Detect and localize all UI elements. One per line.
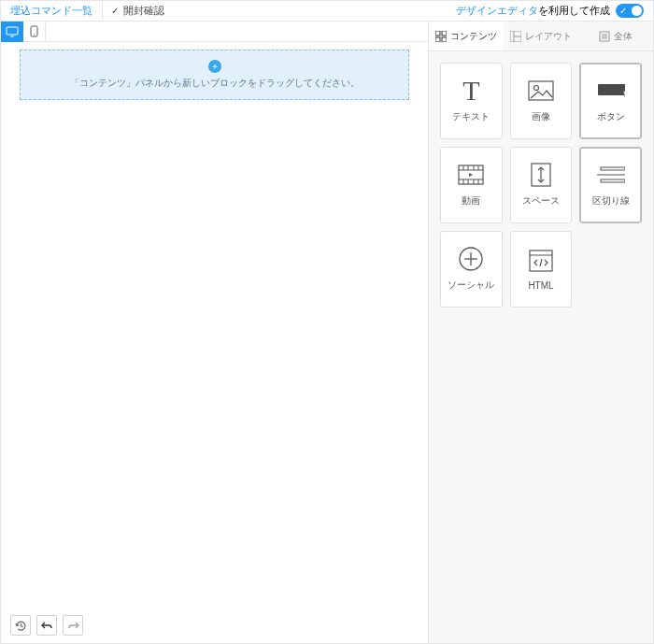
svg-rect-19 <box>598 84 625 95</box>
divider-icon <box>597 163 625 187</box>
canvas-body[interactable]: ＋ 「コンテンツ」パネルから新しいブロックをドラッグしてください。 <box>1 42 428 643</box>
spacer-icon <box>527 163 555 187</box>
check-icon: ✓ <box>110 7 120 16</box>
svg-line-42 <box>540 259 542 266</box>
svg-rect-0 <box>7 27 18 35</box>
mobile-icon <box>30 25 38 37</box>
block-label: ボタン <box>597 110 625 123</box>
video-icon <box>457 163 485 187</box>
undo-icon <box>41 621 53 631</box>
block-video[interactable]: 動画 <box>440 147 503 223</box>
button-icon <box>597 79 625 103</box>
editor-toggle-area: デザインエディタを利用して作成 ✓ <box>456 4 644 18</box>
block-label: 画像 <box>532 110 550 123</box>
embed-command-list-button[interactable]: 埋込コマンド一覧 <box>1 1 103 21</box>
block-label: HTML <box>528 280 553 291</box>
svg-rect-34 <box>601 167 625 170</box>
drop-hint: 「コンテンツ」パネルから新しいブロックをドラッグしてください。 <box>21 77 408 90</box>
redo-icon <box>67 621 79 631</box>
block-label: 動画 <box>462 194 480 208</box>
device-toolbar <box>1 21 428 42</box>
history-button[interactable] <box>10 615 31 636</box>
tab-content-label: コンテンツ <box>450 30 497 43</box>
redo-button[interactable] <box>63 615 83 636</box>
svg-marker-31 <box>469 173 473 177</box>
tab-all-label: 全体 <box>614 30 633 43</box>
mobile-view-button[interactable] <box>23 21 46 42</box>
svg-rect-7 <box>442 31 447 36</box>
toggle-check-icon: ✓ <box>619 4 627 18</box>
history-icon <box>15 620 27 632</box>
html-icon <box>527 249 555 273</box>
desktop-icon <box>6 26 19 37</box>
svg-rect-9 <box>442 37 447 42</box>
social-icon <box>457 247 485 271</box>
grid-icon <box>435 31 447 42</box>
block-image[interactable]: 画像 <box>510 63 573 139</box>
text-icon: T <box>457 79 485 103</box>
editor-suffix: を利用して作成 <box>538 5 610 16</box>
svg-line-5 <box>21 626 22 627</box>
tab-content[interactable]: コンテンツ <box>429 21 504 50</box>
tab-all[interactable]: 全体 <box>578 21 653 50</box>
block-label: スペース <box>522 194 560 208</box>
blocks-grid: Tテキスト画像ボタン動画スペース区切り線ソーシャルHTML <box>429 51 653 319</box>
tab-layout[interactable]: レイアウト <box>504 21 578 50</box>
svg-point-3 <box>34 34 35 35</box>
block-label: テキスト <box>452 110 490 123</box>
editor-toggle[interactable]: ✓ <box>616 4 644 18</box>
block-label: 区切り線 <box>592 194 630 208</box>
design-editor-link[interactable]: デザインエディタ <box>456 5 538 16</box>
block-spacer[interactable]: スペース <box>510 147 573 223</box>
add-icon: ＋ <box>208 60 221 73</box>
layout-icon <box>510 31 521 42</box>
svg-point-18 <box>533 86 538 91</box>
tab-layout-label: レイアウト <box>525 30 572 43</box>
block-button[interactable]: ボタン <box>579 63 642 139</box>
open-tracking-checkbox[interactable]: ✓ 開封確認 <box>103 4 172 18</box>
canvas-area: ＋ 「コンテンツ」パネルから新しいブロックをドラッグしてください。 <box>1 21 429 643</box>
side-panel: コンテンツ レイアウト 全体 Tテキスト画像ボタン動画スペース区切り線ソーシャル… <box>429 21 653 643</box>
block-divider[interactable]: 区切り線 <box>579 147 642 223</box>
svg-rect-36 <box>601 179 625 182</box>
block-label: ソーシャル <box>448 279 494 292</box>
drop-zone[interactable]: ＋ 「コンテンツ」パネルから新しいブロックをドラッグしてください。 <box>20 50 409 100</box>
main: ＋ 「コンテンツ」パネルから新しいブロックをドラッグしてください。 コンテンツ <box>1 21 653 643</box>
desktop-view-button[interactable] <box>1 21 23 42</box>
block-social[interactable]: ソーシャル <box>440 231 503 308</box>
topbar: 埋込コマンド一覧 ✓ 開封確認 デザインエディタを利用して作成 ✓ <box>1 1 653 21</box>
panel-tabs: コンテンツ レイアウト 全体 <box>429 21 653 51</box>
history-tools <box>10 615 83 636</box>
block-html[interactable]: HTML <box>510 231 573 308</box>
undo-button[interactable] <box>36 615 57 636</box>
svg-rect-8 <box>435 37 440 42</box>
image-icon <box>527 79 555 103</box>
block-text[interactable]: Tテキスト <box>440 63 503 139</box>
open-tracking-label: 開封確認 <box>123 4 164 18</box>
svg-rect-6 <box>435 31 440 36</box>
page-icon <box>599 31 610 42</box>
editor-mode-text: デザインエディタを利用して作成 <box>456 4 610 18</box>
